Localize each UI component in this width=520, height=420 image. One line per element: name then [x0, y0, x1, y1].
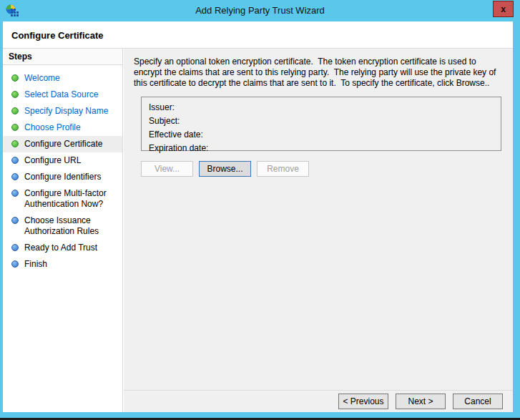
step-status-icon	[11, 107, 19, 114]
step-configure-url: Configure URL	[3, 152, 122, 169]
step-label: Configure URL	[24, 155, 81, 166]
certificate-info-box: Issuer: Subject: Effective date: Expirat…	[141, 97, 501, 151]
step-specify-display-name[interactable]: Specify Display Name	[3, 103, 122, 119]
step-label: Configure Certificate	[24, 139, 102, 150]
wizard-window: Add Relying Party Trust Wizard x Configu…	[0, 0, 520, 420]
step-label: Choose Issuance Authorization Rules	[24, 215, 118, 237]
step-label: Specify Display Name	[24, 106, 108, 117]
page-description: Specify an optional token encryption cer…	[134, 57, 503, 89]
step-status-icon	[11, 244, 19, 251]
step-status-icon	[11, 74, 19, 82]
cert-expiration-date-label: Expiration date:	[149, 142, 501, 155]
close-icon: x	[501, 4, 506, 14]
step-ready-to-add-trust: Ready to Add Trust	[3, 240, 122, 256]
wizard-footer: < Previous Next > Cancel	[124, 390, 513, 412]
steps-list: Welcome Select Data Source Specify Displ…	[3, 65, 122, 273]
steps-sidebar: Steps Welcome Select Data Source Specify…	[3, 49, 123, 412]
main-panel: Specify an optional token encryption cer…	[124, 49, 513, 412]
step-label: Select Data Source	[24, 89, 98, 100]
browse-button[interactable]: Browse...	[199, 161, 251, 177]
page-title: Configure Certificate	[3, 21, 513, 41]
step-label: Finish	[24, 259, 47, 270]
step-status-icon	[11, 140, 19, 147]
title-bar: Add Relying Party Trust Wizard x	[0, 0, 520, 21]
step-choose-profile[interactable]: Choose Profile	[3, 119, 122, 136]
remove-button: Remove	[257, 161, 309, 177]
step-label: Ready to Add Trust	[24, 243, 97, 253]
close-button[interactable]: x	[493, 1, 514, 17]
step-status-icon	[11, 173, 19, 180]
cert-effective-date-label: Effective date:	[149, 128, 501, 142]
step-configure-mfa: Configure Multi-factor Authentication No…	[3, 185, 122, 213]
window-title: Add Relying Party Trust Wizard	[0, 5, 520, 16]
view-button: View...	[141, 161, 193, 177]
step-status-icon	[11, 260, 19, 268]
previous-button[interactable]: < Previous	[338, 394, 388, 409]
wizard-body: Steps Welcome Select Data Source Specify…	[3, 48, 513, 412]
next-button[interactable]: Next >	[396, 394, 446, 409]
step-status-icon	[11, 124, 19, 131]
certificate-actions: View... Browse... Remove	[141, 161, 309, 177]
step-choose-issuance-rules: Choose Issuance Authorization Rules	[3, 213, 122, 240]
step-status-icon	[11, 91, 19, 98]
step-configure-certificate: Configure Certificate	[3, 136, 122, 152]
step-status-icon	[11, 217, 19, 224]
step-welcome[interactable]: Welcome	[3, 70, 122, 87]
step-status-icon	[11, 157, 19, 164]
step-configure-identifiers: Configure Identifiers	[3, 169, 122, 185]
step-finish: Finish	[3, 256, 122, 273]
step-status-icon	[11, 190, 19, 197]
step-label: Configure Identifiers	[24, 172, 101, 182]
wizard-content: Configure Certificate Steps Welcome Sele…	[3, 21, 513, 412]
page-header: Configure Certificate	[3, 21, 513, 48]
cancel-button[interactable]: Cancel	[453, 394, 503, 409]
steps-header: Steps	[3, 49, 122, 65]
step-label: Configure Multi-factor Authentication No…	[24, 188, 118, 210]
cert-issuer-label: Issuer:	[149, 101, 501, 114]
cert-subject-label: Subject:	[149, 114, 501, 128]
step-select-data-source[interactable]: Select Data Source	[3, 87, 122, 103]
step-label: Welcome	[24, 73, 60, 84]
step-label: Choose Profile	[24, 122, 81, 133]
